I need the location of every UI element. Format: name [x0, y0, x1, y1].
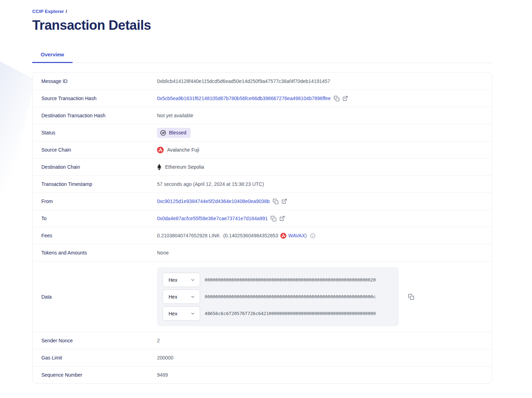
table-row-timestamp: Transaction Timestamp 57 seconds ago (Ap… [33, 175, 492, 193]
table-row-tokens: Tokens and Amounts None [33, 244, 492, 261]
table-row-status: Status Blessed [33, 124, 492, 141]
avalanche-icon [157, 147, 164, 153]
table-row-to: To 0x0da4e87acfce55f58e36e7cae73741e7d18… [33, 210, 492, 227]
table-row-dest-tx-hash: Destination Transaction Hash Not yet ava… [33, 107, 492, 124]
source-chain-name: Avalanche Fuji [167, 147, 199, 153]
external-link-icon[interactable] [342, 96, 348, 101]
table-row-source-tx-hash: Source Transaction Hash 0x5cb5ea9b1631f6… [33, 90, 492, 107]
fees-native-amount: (0.140253604984352853 [223, 233, 278, 238]
hex-data-text: 48656c6c6f20576f726c64210000000000000000… [205, 311, 376, 316]
info-icon[interactable] [310, 233, 315, 238]
page-title: Transaction Details [32, 18, 492, 33]
fees-token-link[interactable]: WAVAX [288, 233, 305, 238]
hex-format-label: Hex [169, 277, 177, 283]
row-label: Source Transaction Hash [33, 96, 157, 101]
breadcrumb: CCIP Explorer/ [32, 9, 492, 14]
data-line: Hex 000000000000000000000000000000000000… [163, 273, 393, 287]
chevron-down-icon [190, 311, 195, 316]
chevron-down-icon [190, 294, 195, 299]
chevron-down-icon [190, 278, 195, 282]
row-label: Destination Transaction Hash [33, 113, 157, 118]
copy-icon[interactable] [271, 216, 277, 222]
row-label: Sender Nonce [33, 338, 157, 343]
row-label: Message ID [33, 78, 157, 84]
from-address-link[interactable]: 0xc90125d1e9384744e5f2d4364e10408e0ea903… [157, 198, 270, 204]
row-label: Destination Chain [33, 164, 157, 170]
table-row-sequence-number: Sequence Number 9489 [33, 366, 492, 383]
data-line: Hex 000000000000000000000000000000000000… [163, 289, 393, 304]
status-badge-label: Blessed [169, 130, 186, 135]
row-label: Sequence Number [33, 372, 157, 378]
table-row-message-id: Message ID 0xb8cb414128f440e115dcd5d6ead… [33, 72, 492, 90]
breadcrumb-separator: / [66, 9, 67, 14]
row-label: Status [33, 130, 157, 135]
tab-bar: Overview [32, 48, 492, 63]
copy-icon[interactable] [273, 198, 279, 204]
row-label: Gas Limit [33, 355, 157, 361]
dest-chain-name: Ethereum Sepolia [165, 164, 204, 170]
hex-format-label: Hex [169, 294, 177, 300]
table-row-dest-chain: Destination Chain Ethereum Sepolia [33, 158, 492, 175]
row-label: To [33, 216, 157, 221]
hex-data-text: 0000000000000000000000000000000000000000… [205, 277, 376, 282]
hex-format-select[interactable]: Hex [163, 273, 200, 287]
table-row-gas-limit: Gas Limit 200000 [33, 349, 492, 366]
data-hex-panel: Hex 000000000000000000000000000000000000… [157, 267, 399, 326]
sender-nonce-value: 2 [157, 338, 160, 343]
hex-format-select[interactable]: Hex [163, 306, 200, 321]
copy-icon[interactable] [408, 294, 414, 300]
dest-tx-hash-value: Not yet available [157, 113, 193, 118]
row-label: Fees [33, 233, 157, 238]
table-row-data: Data Hex 0000000000000000000000000000000… [33, 261, 492, 332]
data-line: Hex 48656c6c6f20576f726c6421000000000000… [163, 306, 393, 321]
status-badge: Blessed [157, 128, 191, 138]
row-label: From [33, 198, 157, 204]
source-tx-hash-link[interactable]: 0x5cb5ea9b1631f62148105d67b780b56fce66db… [157, 96, 331, 101]
external-link-icon[interactable] [281, 198, 287, 204]
hex-format-label: Hex [169, 311, 177, 316]
fees-paren-close: ) [305, 233, 307, 238]
row-label: Transaction Timestamp [33, 181, 157, 187]
timestamp-value: 57 seconds ago (April 12, 2024 at 15:38:… [157, 181, 264, 187]
row-label: Data [33, 294, 157, 300]
transaction-details-page: CCIP Explorer/ Transaction Details Overv… [32, 0, 492, 384]
copy-icon[interactable] [334, 96, 340, 102]
gas-limit-value: 200000 [157, 355, 173, 361]
ethereum-icon [157, 164, 162, 170]
breadcrumb-link-ccip-explorer[interactable]: CCIP Explorer [32, 9, 64, 14]
row-label: Source Chain [33, 147, 157, 153]
tab-overview[interactable]: Overview [32, 48, 73, 63]
hex-format-select[interactable]: Hex [163, 289, 200, 304]
avalanche-icon [280, 233, 286, 239]
hex-data-text: 0000000000000000000000000000000000000000… [205, 294, 376, 299]
message-id-value: 0xb8cb414128f440e115dcd5d6ead50e14d250f9… [157, 78, 330, 84]
tokens-value: None [157, 250, 169, 256]
table-row-from: From 0xc90125d1e9384744e5f2d4364e10408e0… [33, 193, 492, 210]
external-link-icon[interactable] [279, 216, 285, 221]
transaction-details-card: Message ID 0xb8cb414128f440e115dcd5d6ead… [32, 72, 492, 384]
to-address-link[interactable]: 0x0da4e87acfce55f58e36e7cae73741e7d184a9… [157, 216, 268, 221]
blessed-bars-icon [160, 130, 166, 136]
table-row-fees: Fees 0.21038040747652928 LINK (0.1402536… [33, 227, 492, 244]
row-label: Tokens and Amounts [33, 250, 157, 256]
table-row-sender-nonce: Sender Nonce 2 [33, 332, 492, 349]
sequence-number-value: 9489 [157, 372, 168, 378]
fees-link-amount: 0.21038040747652928 LINK [157, 233, 220, 238]
table-row-source-chain: Source Chain Avalanche Fuji [33, 141, 492, 158]
